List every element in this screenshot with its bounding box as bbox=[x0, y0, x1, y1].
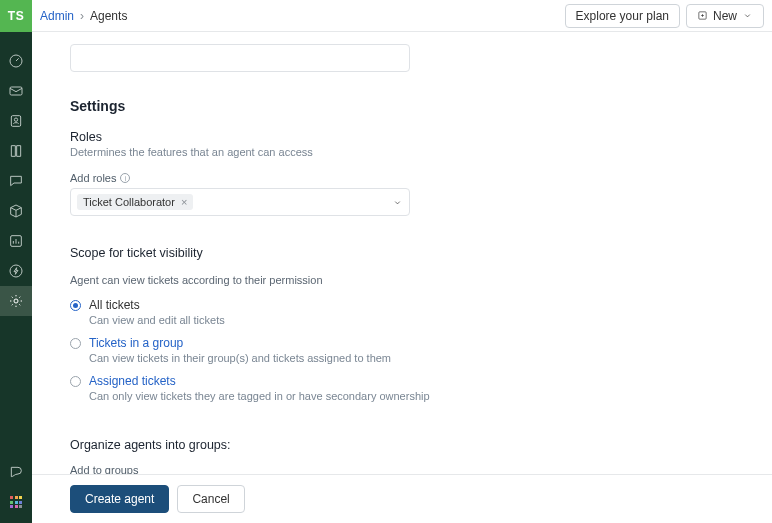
scope-option-all[interactable]: All tickets Can view and edit all ticket… bbox=[70, 298, 734, 326]
scope-option-assigned[interactable]: Assigned tickets Can only view tickets t… bbox=[70, 374, 734, 402]
gauge-icon bbox=[8, 53, 24, 69]
svg-point-5 bbox=[10, 265, 22, 277]
envelope-icon bbox=[8, 83, 24, 99]
svg-point-3 bbox=[14, 118, 17, 121]
prior-field-input[interactable] bbox=[70, 44, 410, 72]
nav-settings[interactable] bbox=[0, 286, 32, 316]
cube-icon bbox=[8, 203, 24, 219]
roles-label: Roles bbox=[70, 130, 734, 144]
new-button[interactable]: New bbox=[686, 4, 764, 28]
cancel-button[interactable]: Cancel bbox=[177, 485, 244, 513]
nav-dashboard[interactable] bbox=[0, 46, 32, 76]
nav-freshworks[interactable] bbox=[0, 457, 32, 487]
chip-remove-icon[interactable]: × bbox=[181, 197, 187, 208]
section-settings-title: Settings bbox=[70, 98, 734, 114]
nav-inbox[interactable] bbox=[0, 76, 32, 106]
book-icon bbox=[8, 143, 24, 159]
groups-title: Organize agents into groups: bbox=[70, 438, 734, 452]
add-roles-label: Add roles i bbox=[70, 172, 734, 184]
radio-unselected-icon bbox=[70, 338, 81, 349]
breadcrumb-current: Agents bbox=[90, 9, 127, 23]
lightning-icon bbox=[8, 263, 24, 279]
radio-unselected-icon bbox=[70, 376, 81, 387]
create-agent-button[interactable]: Create agent bbox=[70, 485, 169, 513]
plus-square-icon bbox=[697, 10, 708, 21]
nav-automation[interactable] bbox=[0, 256, 32, 286]
nav-app-switcher[interactable] bbox=[0, 487, 32, 517]
gear-icon bbox=[8, 293, 24, 309]
roles-multiselect[interactable]: Ticket Collaborator × bbox=[70, 188, 410, 216]
breadcrumb-admin-link[interactable]: Admin bbox=[40, 9, 74, 23]
nav-apps[interactable] bbox=[0, 196, 32, 226]
explore-plan-button[interactable]: Explore your plan bbox=[565, 4, 680, 28]
roles-desc: Determines the features that an agent ca… bbox=[70, 146, 734, 158]
breadcrumb: Admin › Agents bbox=[40, 9, 127, 23]
app-grid-icon bbox=[10, 496, 22, 508]
radio-selected-icon bbox=[70, 300, 81, 311]
chevron-down-icon bbox=[742, 10, 753, 21]
scope-option-group[interactable]: Tickets in a group Can view tickets in t… bbox=[70, 336, 734, 364]
topbar: Admin › Agents Explore your plan New bbox=[32, 0, 772, 32]
chat-icon bbox=[8, 173, 24, 189]
nav-contacts[interactable] bbox=[0, 106, 32, 136]
nav-chat[interactable] bbox=[0, 166, 32, 196]
nav-reports[interactable] bbox=[0, 226, 32, 256]
chevron-right-icon: › bbox=[80, 9, 84, 23]
new-button-label: New bbox=[713, 9, 737, 23]
contact-icon bbox=[8, 113, 24, 129]
info-icon[interactable]: i bbox=[120, 173, 130, 183]
chart-icon bbox=[8, 233, 24, 249]
svg-point-6 bbox=[14, 299, 18, 303]
svg-rect-1 bbox=[10, 87, 22, 95]
nav-knowledge[interactable] bbox=[0, 136, 32, 166]
scope-desc: Agent can view tickets according to thei… bbox=[70, 274, 734, 286]
chevron-down-icon[interactable] bbox=[392, 197, 403, 208]
brand-logo[interactable]: TS bbox=[0, 0, 32, 32]
footer-actions: Create agent Cancel bbox=[32, 474, 772, 523]
add-to-groups-label: Add to groups bbox=[70, 464, 734, 474]
role-chip: Ticket Collaborator × bbox=[77, 194, 193, 210]
sidebar-nav: TS bbox=[0, 0, 32, 523]
scope-title: Scope for ticket visibility bbox=[70, 246, 734, 260]
freshworks-icon bbox=[8, 464, 24, 480]
